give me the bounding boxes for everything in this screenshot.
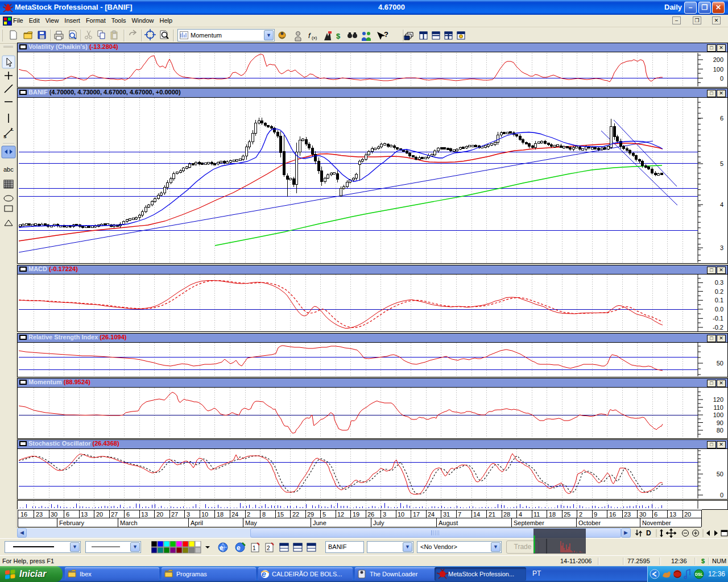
svg-text:May: May bbox=[245, 519, 257, 526]
svg-text:120: 120 bbox=[713, 396, 723, 403]
svg-text:100: 100 bbox=[713, 66, 723, 73]
svg-text:0: 0 bbox=[720, 75, 723, 82]
svg-text:27: 27 bbox=[171, 511, 178, 518]
svg-text:6: 6 bbox=[720, 115, 723, 122]
svg-text:February: February bbox=[59, 519, 85, 526]
svg-text:0.3: 0.3 bbox=[715, 279, 723, 286]
svg-text:-0.2: -0.2 bbox=[713, 324, 723, 331]
svg-text:80: 80 bbox=[717, 427, 723, 434]
svg-text:3: 3 bbox=[187, 511, 190, 518]
svg-text:6: 6 bbox=[66, 511, 69, 518]
svg-text:18: 18 bbox=[217, 511, 224, 518]
svg-text:22: 22 bbox=[292, 511, 299, 518]
svg-text:5: 5 bbox=[322, 511, 326, 518]
svg-text:$: $ bbox=[336, 32, 341, 40]
svg-text:27: 27 bbox=[111, 511, 118, 518]
svg-text:June: June bbox=[313, 519, 326, 526]
svg-text:4: 4 bbox=[519, 511, 522, 518]
svg-text:DSL: DSL bbox=[695, 572, 704, 576]
svg-text:30: 30 bbox=[51, 511, 57, 518]
svg-text:10: 10 bbox=[398, 511, 404, 518]
svg-text:L: L bbox=[11, 127, 14, 132]
svg-text:5: 5 bbox=[720, 160, 723, 167]
svg-text:6: 6 bbox=[126, 511, 130, 518]
svg-text:11: 11 bbox=[533, 511, 540, 518]
svg-text:23: 23 bbox=[624, 511, 631, 518]
svg-text:1: 1 bbox=[253, 545, 256, 551]
svg-text:13: 13 bbox=[669, 511, 676, 518]
svg-text:21: 21 bbox=[489, 511, 495, 518]
svg-text:16: 16 bbox=[609, 511, 616, 518]
svg-text:18: 18 bbox=[549, 511, 556, 518]
svg-text:April: April bbox=[191, 519, 203, 526]
svg-text:0.1: 0.1 bbox=[715, 297, 723, 304]
svg-text:23: 23 bbox=[36, 511, 43, 518]
svg-text:100: 100 bbox=[713, 411, 723, 418]
svg-text:abc: abc bbox=[3, 166, 14, 173]
svg-text:9: 9 bbox=[594, 511, 597, 518]
svg-text:19: 19 bbox=[353, 511, 359, 518]
svg-text:25: 25 bbox=[564, 511, 570, 518]
svg-text:October: October bbox=[578, 519, 601, 526]
svg-text:July: July bbox=[373, 519, 384, 526]
svg-text:November: November bbox=[642, 519, 671, 526]
svg-text:20: 20 bbox=[156, 511, 163, 518]
svg-text:March: March bbox=[120, 519, 138, 526]
svg-text:20: 20 bbox=[684, 511, 691, 518]
svg-text:14: 14 bbox=[473, 511, 480, 518]
svg-text:4: 4 bbox=[720, 201, 723, 208]
svg-text:7: 7 bbox=[458, 511, 461, 518]
svg-text:September: September bbox=[514, 519, 544, 526]
svg-text:20: 20 bbox=[96, 511, 103, 518]
svg-text:August: August bbox=[439, 519, 458, 526]
svg-text:2: 2 bbox=[267, 545, 270, 551]
svg-text:-0.1: -0.1 bbox=[713, 315, 723, 322]
svg-text:24: 24 bbox=[231, 511, 238, 518]
svg-text:24: 24 bbox=[428, 511, 435, 518]
svg-text:10: 10 bbox=[201, 511, 208, 518]
svg-text:29: 29 bbox=[307, 511, 314, 518]
svg-text:90: 90 bbox=[717, 419, 723, 426]
svg-text:13: 13 bbox=[81, 511, 88, 518]
svg-text:16: 16 bbox=[20, 511, 27, 518]
svg-text:200: 200 bbox=[713, 56, 723, 63]
svg-text:e: e bbox=[220, 544, 224, 552]
svg-text:8: 8 bbox=[262, 511, 266, 518]
svg-text:50: 50 bbox=[717, 360, 723, 367]
svg-text:D: D bbox=[646, 529, 651, 537]
svg-text:13: 13 bbox=[141, 511, 148, 518]
svg-text:2: 2 bbox=[247, 511, 250, 518]
svg-text:26: 26 bbox=[367, 511, 374, 518]
svg-text:15: 15 bbox=[277, 511, 284, 518]
svg-text:?: ? bbox=[384, 30, 388, 39]
svg-text:0.2: 0.2 bbox=[715, 288, 723, 295]
svg-text:17: 17 bbox=[413, 511, 420, 518]
svg-text:f: f bbox=[308, 31, 311, 40]
svg-text:110: 110 bbox=[713, 404, 723, 411]
svg-text:31: 31 bbox=[443, 511, 450, 518]
svg-text:e: e bbox=[237, 544, 241, 552]
svg-text:30: 30 bbox=[639, 511, 646, 518]
svg-text:(x): (x) bbox=[312, 35, 317, 40]
svg-text:S: S bbox=[3, 134, 7, 139]
svg-text:0: 0 bbox=[720, 492, 723, 498]
svg-text:12: 12 bbox=[337, 511, 344, 518]
svg-text:6: 6 bbox=[654, 511, 657, 518]
svg-text:0.0: 0.0 bbox=[715, 306, 723, 313]
svg-text:28: 28 bbox=[503, 511, 510, 518]
svg-text:3: 3 bbox=[383, 511, 386, 518]
svg-text:50: 50 bbox=[717, 471, 723, 477]
svg-text:3: 3 bbox=[720, 244, 723, 251]
svg-text:2: 2 bbox=[579, 511, 582, 518]
